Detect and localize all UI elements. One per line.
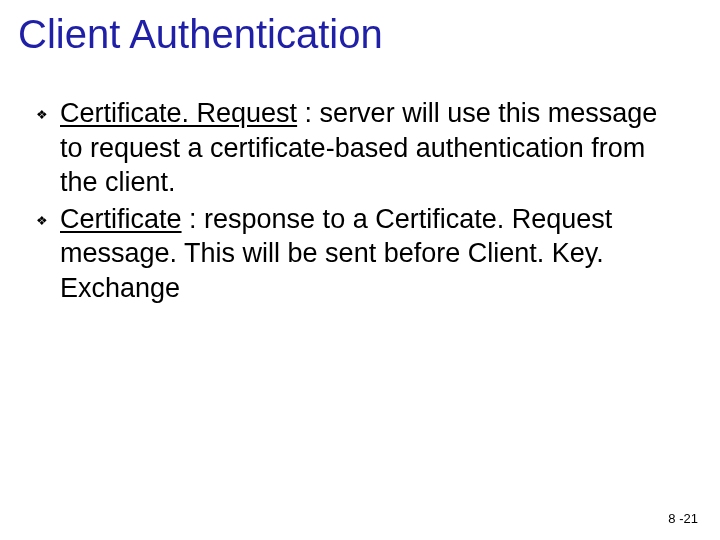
diamond-icon: ❖ <box>36 214 48 227</box>
bullet-item: ❖ Certificate. Request : server will use… <box>36 96 680 200</box>
bullet-term: Certificate. Request <box>60 98 297 128</box>
slide-body: ❖ Certificate. Request : server will use… <box>36 96 680 307</box>
bullet-item: ❖ Certificate : response to a Certificat… <box>36 202 680 306</box>
bullet-term: Certificate <box>60 204 182 234</box>
slide: Client Authentication ❖ Certificate. Req… <box>0 0 720 540</box>
slide-title: Client Authentication <box>18 12 702 56</box>
slide-number: 8 -21 <box>668 511 698 526</box>
diamond-icon: ❖ <box>36 108 48 121</box>
